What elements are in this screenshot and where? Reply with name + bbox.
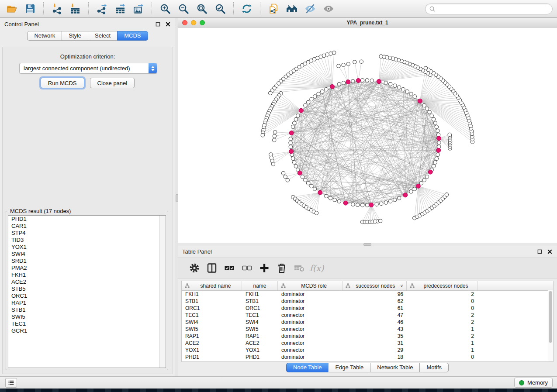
add-column-icon[interactable] <box>258 261 271 275</box>
mcds-result-item[interactable]: SWI4 <box>8 251 166 258</box>
search-input[interactable] <box>438 5 549 13</box>
cell-name[interactable]: SWI4 <box>242 319 278 325</box>
mcds-result-item[interactable]: PMA2 <box>8 265 166 272</box>
function-builder-icon[interactable]: f(x) <box>310 261 323 275</box>
tab-style[interactable]: Style <box>62 31 88 41</box>
horizontal-splitter[interactable] <box>178 243 557 246</box>
task-history-button[interactable] <box>5 378 17 388</box>
mcds-result-item[interactable]: TEC1 <box>8 320 166 327</box>
open-file-icon[interactable] <box>5 2 18 15</box>
export-table-icon[interactable] <box>114 2 127 15</box>
close-panel-button[interactable]: Close panel <box>90 78 135 88</box>
table-row[interactable]: ACE2ACE2connector311 <box>182 340 553 347</box>
columns-icon[interactable] <box>205 261 218 275</box>
tab-network-table[interactable]: Network Table <box>370 363 420 372</box>
criterion-dropdown[interactable]: largest connected component (undirected) <box>19 63 157 74</box>
mcds-result-item[interactable]: ORC1 <box>8 292 166 299</box>
column-header-MCDS-role[interactable]: MCDS role <box>278 281 343 290</box>
mcds-result-item[interactable]: PHD1 <box>8 216 166 223</box>
cell-successor-nodes[interactable]: 18 <box>343 354 407 360</box>
mcds-result-item[interactable]: ACE2 <box>8 279 166 285</box>
column-header-successor-nodes[interactable]: successor nodes∨ <box>343 281 407 290</box>
cell-shared-name[interactable]: SWI4 <box>182 319 242 325</box>
delete-table-icon[interactable] <box>293 261 306 275</box>
cell-MCDS-role[interactable]: dominator <box>278 291 343 297</box>
cell-predecessor-nodes[interactable]: 1 <box>407 340 477 346</box>
save-session-icon[interactable] <box>24 2 37 15</box>
cell-predecessor-nodes[interactable]: 2 <box>407 319 477 325</box>
cell-shared-name[interactable]: FKH1 <box>182 291 242 297</box>
tab-select[interactable]: Select <box>88 31 118 41</box>
cell-successor-nodes[interactable]: 29 <box>343 347 407 353</box>
sort-indicator-icon[interactable]: ∨ <box>400 283 403 288</box>
duplicate-network-icon[interactable] <box>267 2 280 15</box>
cell-shared-name[interactable]: ORC1 <box>182 305 242 311</box>
cell-successor-nodes[interactable]: 96 <box>343 291 407 297</box>
cell-shared-name[interactable]: SWI5 <box>182 326 242 332</box>
window-close-icon[interactable] <box>182 20 187 25</box>
cell-predecessor-nodes[interactable]: 2 <box>407 333 477 339</box>
float-table-panel-icon[interactable] <box>536 248 543 254</box>
network-view-titlebar[interactable]: YPA_prune.txt_1 <box>178 18 557 28</box>
cell-name[interactable]: TEC1 <box>242 312 278 318</box>
cell-predecessor-nodes[interactable]: 0 <box>407 298 477 304</box>
table-row[interactable]: TEC1TEC1connector472 <box>182 312 553 319</box>
mcds-result-item[interactable]: STB1 <box>8 306 166 313</box>
cell-name[interactable]: ORC1 <box>242 305 278 311</box>
cell-successor-nodes[interactable]: 62 <box>343 298 407 304</box>
import-table-icon[interactable] <box>69 2 82 15</box>
cell-MCDS-role[interactable]: connector <box>278 312 343 318</box>
table-row[interactable]: SWI4SWI4dominator462 <box>182 319 553 326</box>
cell-shared-name[interactable]: TEC1 <box>182 312 242 318</box>
tab-motifs[interactable]: Motifs <box>419 363 449 372</box>
column-header-name[interactable]: name <box>242 281 278 290</box>
cell-successor-nodes[interactable]: 61 <box>343 305 407 311</box>
memory-button[interactable]: Memory <box>514 378 553 388</box>
cell-MCDS-role[interactable]: connector <box>278 340 343 346</box>
float-panel-icon[interactable] <box>155 21 161 27</box>
window-minimize-icon[interactable] <box>191 20 196 25</box>
column-header-predecessor-nodes[interactable]: predecessor nodes <box>407 281 477 290</box>
import-network-icon[interactable] <box>50 2 63 15</box>
cell-name[interactable]: YOX1 <box>242 347 278 353</box>
table-scrollbar[interactable] <box>548 290 553 362</box>
cell-name[interactable]: SWI5 <box>242 326 278 332</box>
search-box[interactable] <box>425 3 553 14</box>
mcds-result-item[interactable]: SRD1 <box>8 258 166 265</box>
table-row[interactable]: YOX1YOX1connector291 <box>182 347 553 354</box>
cell-MCDS-role[interactable]: dominator <box>278 305 343 311</box>
table-row[interactable]: ORC1ORC1dominator610 <box>182 305 553 312</box>
cell-MCDS-role[interactable]: dominator <box>278 319 343 325</box>
cell-successor-nodes[interactable]: 43 <box>343 326 407 332</box>
show-all-icon[interactable] <box>322 2 335 15</box>
cell-predecessor-nodes[interactable]: 1 <box>407 347 477 353</box>
tab-network[interactable]: Network <box>27 31 62 41</box>
cell-successor-nodes[interactable]: 35 <box>343 333 407 339</box>
cell-name[interactable]: RAP1 <box>242 333 278 339</box>
table-row[interactable]: PHD1PHD1dominator180 <box>182 354 553 361</box>
cell-successor-nodes[interactable]: 47 <box>343 312 407 318</box>
cell-MCDS-role[interactable]: dominator <box>278 333 343 339</box>
mcds-result-item[interactable]: SWI5 <box>8 313 166 320</box>
cell-MCDS-role[interactable]: dominator <box>278 298 343 304</box>
cell-MCDS-role[interactable]: connector <box>278 326 343 332</box>
cell-shared-name[interactable]: RAP1 <box>182 333 242 339</box>
table-scrollbar-thumb[interactable] <box>549 291 552 343</box>
export-image-icon[interactable] <box>132 2 145 15</box>
close-table-panel-icon[interactable] <box>547 248 553 254</box>
mcds-result-item[interactable]: STB5 <box>8 285 166 292</box>
cell-predecessor-nodes[interactable]: 0 <box>407 305 477 311</box>
cell-shared-name[interactable]: YOX1 <box>182 347 242 353</box>
select-all-icon[interactable] <box>223 261 236 275</box>
zoom-fit-icon[interactable] <box>195 2 208 15</box>
mcds-result-item[interactable]: YOX1 <box>8 244 166 251</box>
gear-icon[interactable] <box>188 261 201 275</box>
network-graph[interactable] <box>178 28 557 243</box>
cell-name[interactable]: FKH1 <box>242 291 278 297</box>
cell-name[interactable]: STB1 <box>242 298 278 304</box>
cell-predecessor-nodes[interactable]: 1 <box>407 326 477 332</box>
cell-MCDS-role[interactable]: connector <box>278 347 343 353</box>
zoom-out-icon[interactable] <box>177 2 190 15</box>
cell-predecessor-nodes[interactable]: 2 <box>407 291 477 297</box>
mcds-result-item[interactable]: CAR1 <box>8 223 166 230</box>
